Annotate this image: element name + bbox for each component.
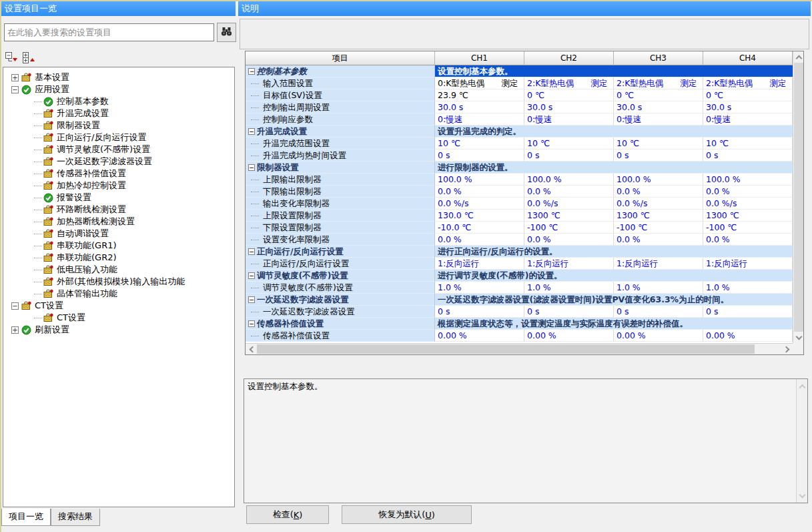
item-name-cell[interactable]: 上限设置限制器: [246, 210, 435, 222]
tree-item[interactable]: −CT设置: [3, 300, 234, 312]
item-name-cell[interactable]: 下限设置限制器: [246, 222, 435, 234]
value-cell-ch1[interactable]: 0.0 %: [435, 234, 524, 246]
tree-item[interactable]: 正向运行/反向运行设置: [3, 131, 234, 144]
item-name-cell[interactable]: −传感器补偿值设置: [246, 318, 435, 330]
collapse-icon[interactable]: −: [248, 128, 255, 135]
value-cell-ch1[interactable]: 130.0 ℃: [435, 210, 524, 222]
collapse-icon[interactable]: −: [11, 302, 19, 310]
check-button[interactable]: 检查(K): [246, 505, 329, 524]
item-name-cell[interactable]: 控制输出周期设置: [246, 101, 435, 113]
item-name-cell[interactable]: 一次延迟数字滤波器设置: [246, 306, 435, 318]
value-cell-ch3[interactable]: 2:K型热电偶 测定: [614, 77, 703, 89]
collapse-icon[interactable]: −: [248, 320, 255, 327]
group-description-cell[interactable]: 进行正向运行/反向运行的设置。: [435, 246, 793, 258]
tree-item[interactable]: −应用设置: [3, 83, 234, 95]
scroll-left-icon[interactable]: [246, 344, 257, 354]
search-input[interactable]: [4, 23, 214, 41]
value-cell-ch4[interactable]: 100.0 %: [703, 174, 793, 186]
tree-item[interactable]: 控制基本参数: [3, 95, 234, 107]
value-cell-ch2[interactable]: 0.0 %/s: [524, 198, 614, 210]
collapse-icon[interactable]: −: [248, 296, 255, 303]
tree-item[interactable]: 串联功能(GR2): [3, 252, 234, 264]
expand-icon[interactable]: +: [11, 74, 19, 81]
item-name-cell[interactable]: 输入范围设置: [246, 77, 435, 89]
group-description-cell[interactable]: 进行调节灵敏度(不感带)的设置。: [435, 270, 793, 282]
value-cell-ch4[interactable]: 10 ℃: [703, 138, 793, 150]
value-cell-ch1[interactable]: 23.9 ℃: [435, 89, 524, 101]
value-cell-ch1[interactable]: 10 ℃: [435, 138, 524, 150]
value-cell-ch3[interactable]: 10 ℃: [614, 138, 703, 150]
value-cell-ch2[interactable]: 0 s: [524, 150, 614, 162]
tree-item[interactable]: 加热冷却控制设置: [3, 180, 234, 192]
scroll-down-icon[interactable]: [797, 490, 807, 501]
item-name-cell[interactable]: −正向运行/反向运行设置: [246, 246, 435, 258]
tree-item[interactable]: 串联功能(GR1): [3, 240, 234, 252]
scroll-right-icon[interactable]: [781, 344, 793, 354]
collapse-icon[interactable]: −: [11, 86, 19, 93]
group-description-cell[interactable]: 设置控制基本参数。: [435, 65, 793, 77]
tree-item[interactable]: 调节灵敏度(不感带)设置: [3, 144, 234, 156]
tree-item[interactable]: 限制器设置: [3, 119, 234, 131]
tree-item[interactable]: 加热器断线检测设置: [3, 216, 234, 228]
value-cell-ch4[interactable]: 1300 ℃: [703, 210, 793, 222]
tree-item[interactable]: 低电压输入功能: [3, 264, 234, 276]
group-description-cell[interactable]: 设置升温完成的判定。: [435, 125, 793, 138]
value-cell-ch3[interactable]: 0.0 %/s: [614, 198, 703, 210]
tree-item[interactable]: 一次延迟数字滤波器设置: [3, 156, 234, 168]
value-cell-ch2[interactable]: 1:反向运行: [524, 258, 614, 270]
value-cell-ch1[interactable]: -10.0 ℃: [435, 222, 524, 234]
value-cell-ch1[interactable]: 0.0 %: [435, 186, 524, 198]
item-name-cell[interactable]: −控制基本参数: [246, 65, 435, 77]
value-cell-ch2[interactable]: -100 ℃: [524, 222, 614, 234]
item-name-cell[interactable]: −一次延迟数字滤波器设置: [246, 294, 435, 306]
item-name-cell[interactable]: 控制响应参数: [246, 113, 435, 125]
value-cell-ch3[interactable]: -100 ℃: [614, 222, 703, 234]
value-cell-ch2[interactable]: 0.0 %: [524, 234, 614, 246]
expand-icon[interactable]: +: [11, 326, 19, 334]
tree-item[interactable]: CT设置: [3, 312, 234, 324]
group-description-cell[interactable]: 一次延迟数字滤波器设置(滤波器设置时间)设置PV值变化63.3%为止的时间。: [435, 294, 793, 306]
collapse-all-icon[interactable]: [5, 52, 19, 63]
tree-item[interactable]: +基本设置: [3, 71, 234, 83]
value-cell-ch2[interactable]: 10 ℃: [524, 138, 614, 150]
collapse-icon[interactable]: −: [248, 68, 255, 75]
value-cell-ch3[interactable]: 0:慢速: [614, 113, 703, 125]
value-cell-ch1[interactable]: 1.0 %: [435, 282, 524, 294]
item-name-cell[interactable]: 升温完成均热时间设置: [246, 150, 435, 162]
value-cell-ch4[interactable]: 2:K型热电偶 测定: [703, 77, 793, 89]
item-name-cell[interactable]: −限制器设置: [246, 162, 435, 174]
scroll-up-icon[interactable]: [797, 380, 807, 392]
collapse-icon[interactable]: −: [248, 272, 255, 279]
value-cell-ch2[interactable]: 0:慢速: [524, 113, 614, 125]
value-cell-ch4[interactable]: 0 s: [703, 306, 793, 318]
item-name-cell[interactable]: 正向运行/反向运行设置: [246, 258, 435, 270]
value-cell-ch3[interactable]: 1300 ℃: [614, 210, 703, 222]
table-vertical-scrollbar[interactable]: [793, 51, 803, 343]
value-cell-ch3[interactable]: 0.00 %: [614, 330, 703, 342]
value-cell-ch1[interactable]: 30.0 s: [435, 101, 524, 113]
vertical-scroll-thumb[interactable]: [794, 63, 803, 332]
value-cell-ch2[interactable]: 1.0 %: [524, 282, 614, 294]
tree-item[interactable]: 升温完成设置: [3, 107, 234, 119]
value-cell-ch1[interactable]: 0:慢速: [435, 113, 524, 125]
item-name-cell[interactable]: 设置变化率限制器: [246, 234, 435, 246]
description-scrollbar[interactable]: [796, 379, 807, 503]
value-cell-ch2[interactable]: 100.0 %: [524, 174, 614, 186]
value-cell-ch2[interactable]: 1300 ℃: [524, 210, 614, 222]
tab-item-list[interactable]: 项目一览: [1, 509, 51, 526]
value-cell-ch4[interactable]: -100 ℃: [703, 222, 793, 234]
item-name-cell[interactable]: 上限输出限制器: [246, 174, 435, 186]
tree-item[interactable]: 环路断线检测设置: [3, 204, 234, 216]
value-cell-ch1[interactable]: 0.00 %: [435, 330, 524, 342]
item-name-cell[interactable]: 升温完成范围设置: [246, 138, 435, 150]
expand-all-icon[interactable]: [23, 52, 36, 63]
table-horizontal-scrollbar[interactable]: [246, 343, 793, 354]
group-description-cell[interactable]: 根据测定温度状态等，设置测定温度与实际温度有误差时的补偿值。: [435, 318, 793, 330]
item-name-cell[interactable]: 输出变化率限制器: [246, 198, 435, 210]
group-description-cell[interactable]: 进行限制器的设置。: [435, 162, 793, 174]
value-cell-ch4[interactable]: 30.0 s: [703, 101, 793, 113]
value-cell-ch4[interactable]: 0:慢速: [703, 113, 793, 125]
item-name-cell[interactable]: −调节灵敏度(不感带)设置: [246, 270, 435, 282]
tree-item[interactable]: 报警设置: [3, 192, 234, 204]
value-cell-ch2[interactable]: 0 ℃: [524, 89, 614, 101]
